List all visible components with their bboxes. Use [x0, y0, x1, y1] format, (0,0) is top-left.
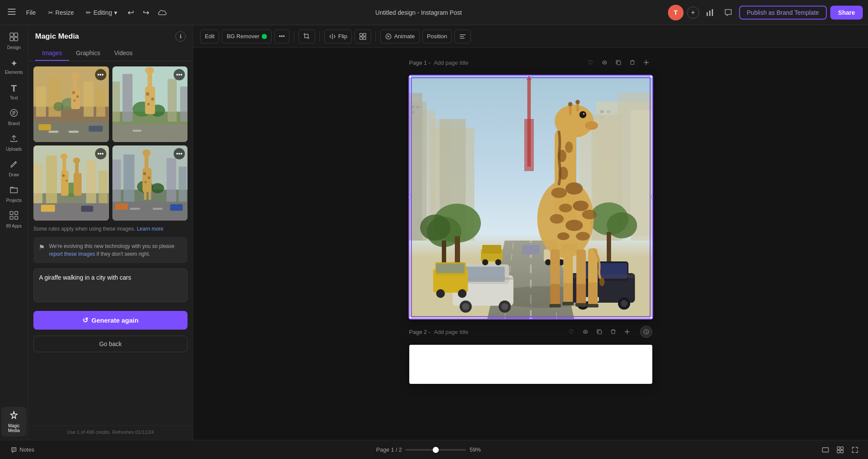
tab-images[interactable]: Images: [35, 46, 69, 61]
publish-brand-template-button[interactable]: Publish as Brand Template: [739, 6, 827, 20]
prompt-textarea[interactable]: A giraffe walking in a city with cars: [33, 268, 187, 302]
add-collaborator-button[interactable]: +: [687, 7, 699, 19]
canvas-scroll[interactable]: Page 1 - ♡: [193, 48, 868, 440]
crop-button[interactable]: [299, 30, 315, 43]
svg-rect-33: [89, 125, 102, 132]
report-images-link[interactable]: report these images: [49, 251, 95, 257]
bg-remover-button[interactable]: BG Remover: [222, 30, 271, 43]
page2-heart-button[interactable]: ♡: [566, 326, 578, 338]
image-thumb-1[interactable]: •••: [33, 66, 109, 142]
sidebar-item-projects[interactable]: Projects: [1, 182, 26, 206]
resize-handle-br[interactable]: [650, 316, 652, 319]
resize-handle-left[interactable]: [409, 195, 410, 199]
svg-point-81: [145, 181, 147, 183]
position-button[interactable]: Position: [422, 30, 452, 43]
more-options-button[interactable]: •••: [274, 30, 290, 43]
page2-add-button[interactable]: [621, 326, 633, 338]
image-menu-button-2[interactable]: •••: [174, 69, 185, 80]
svg-point-175: [573, 201, 589, 211]
page1-copy-button[interactable]: [612, 56, 625, 69]
file-button[interactable]: File: [22, 7, 40, 19]
go-back-button[interactable]: Go back: [33, 336, 187, 352]
page1-title-input[interactable]: [434, 59, 581, 66]
image-menu-button-1[interactable]: •••: [95, 69, 106, 80]
sidebar-item-apps[interactable]: 89 Apps: [1, 207, 26, 232]
flip-label: Flip: [338, 33, 347, 40]
share-button[interactable]: Share: [830, 6, 863, 20]
animate-button[interactable]: Animate: [380, 30, 420, 43]
image-thumb-2[interactable]: •••: [112, 66, 188, 142]
editing-button[interactable]: ✏ Editing ▾: [82, 7, 122, 19]
resize-handle-tl[interactable]: [409, 76, 412, 78]
stats-button[interactable]: [703, 5, 717, 20]
sidebar-item-uploads[interactable]: Uploads: [1, 130, 26, 155]
page1-add-button[interactable]: [640, 56, 652, 69]
tab-graphics[interactable]: Graphics: [69, 46, 107, 61]
image-thumb-4[interactable]: •••: [112, 145, 188, 221]
image-menu-button-4[interactable]: •••: [174, 148, 185, 159]
resize-handle-bottom[interactable]: [529, 318, 533, 319]
user-avatar[interactable]: T: [668, 5, 684, 20]
fullscreen-button[interactable]: [849, 444, 861, 456]
page2-delete-button[interactable]: [607, 326, 619, 338]
svg-rect-52: [33, 163, 43, 203]
resize-handle-tr[interactable]: [650, 76, 652, 78]
sidebar-item-elements[interactable]: ✦ Elements: [1, 54, 26, 79]
svg-rect-71: [123, 154, 134, 205]
svg-point-27: [76, 96, 79, 98]
redo-button[interactable]: ↪: [140, 5, 152, 20]
learn-more-link[interactable]: Learn more: [137, 226, 163, 232]
position-label: Position: [427, 33, 447, 40]
svg-rect-58: [62, 158, 66, 173]
svg-rect-30: [49, 131, 59, 133]
align-button[interactable]: [454, 30, 471, 43]
svg-rect-72: [166, 158, 176, 203]
page2-copy-button[interactable]: [593, 326, 605, 338]
svg-rect-70: [112, 159, 121, 205]
page2-timer-badge[interactable]: [640, 326, 652, 338]
tab-videos[interactable]: Videos: [107, 46, 140, 61]
svg-point-142: [436, 289, 445, 298]
sidebar-item-magic-media[interactable]: Magic Media: [1, 407, 26, 436]
cloud-save-button[interactable]: [155, 7, 169, 19]
resize-handle-bl[interactable]: [409, 316, 412, 319]
menu-button[interactable]: [5, 5, 18, 20]
resize-button[interactable]: ✂ Resize: [44, 7, 79, 19]
svg-rect-3: [707, 12, 708, 16]
edit-button[interactable]: Edit: [200, 30, 219, 43]
sidebar-item-draw[interactable]: Draw: [1, 156, 26, 181]
panel-info-button[interactable]: ℹ: [175, 31, 186, 42]
generate-again-button[interactable]: ↺ Generate again: [33, 311, 187, 330]
svg-rect-76: [142, 168, 151, 192]
grid-view-button[interactable]: [834, 444, 846, 456]
page-progress-bar[interactable]: [405, 449, 466, 451]
comments-button[interactable]: [721, 5, 736, 20]
image-menu-button-3[interactable]: •••: [95, 148, 106, 159]
page1-delete-button[interactable]: [626, 56, 638, 69]
page2-title-input[interactable]: [434, 329, 562, 335]
topbar-left: File ✂ Resize ✏ Editing ▾ ↩ ↪: [5, 5, 169, 20]
svg-rect-4: [709, 10, 710, 16]
svg-point-173: [566, 182, 583, 195]
undo-button[interactable]: ↩: [125, 5, 137, 20]
page1-hide-button[interactable]: [598, 56, 611, 69]
svg-point-143: [458, 289, 467, 298]
sidebar-item-text[interactable]: T Text: [1, 79, 26, 104]
canvas-page-1[interactable]: [409, 76, 652, 319]
notes-button[interactable]: Notes: [7, 445, 38, 455]
sidebar-item-design[interactable]: Design: [1, 29, 26, 53]
filter-button[interactable]: [355, 30, 371, 43]
sidebar-item-brand[interactable]: Brand: [1, 105, 26, 129]
resize-handle-right[interactable]: [651, 195, 652, 199]
svg-rect-38: [168, 79, 177, 122]
canvas-image: [409, 76, 652, 319]
canvas-page-2[interactable]: [409, 345, 652, 384]
flip-button[interactable]: Flip: [324, 30, 352, 43]
single-view-button[interactable]: [819, 444, 832, 456]
svg-rect-14: [15, 216, 18, 219]
page2-hide-button[interactable]: [579, 326, 592, 338]
panel-footer: Use 1 of 498 credits. Refreshes 01/11/24: [28, 426, 193, 440]
page1-heart-button[interactable]: ♡: [585, 56, 597, 69]
resize-handle-top[interactable]: [529, 76, 533, 76]
image-thumb-3[interactable]: •••: [33, 145, 109, 221]
